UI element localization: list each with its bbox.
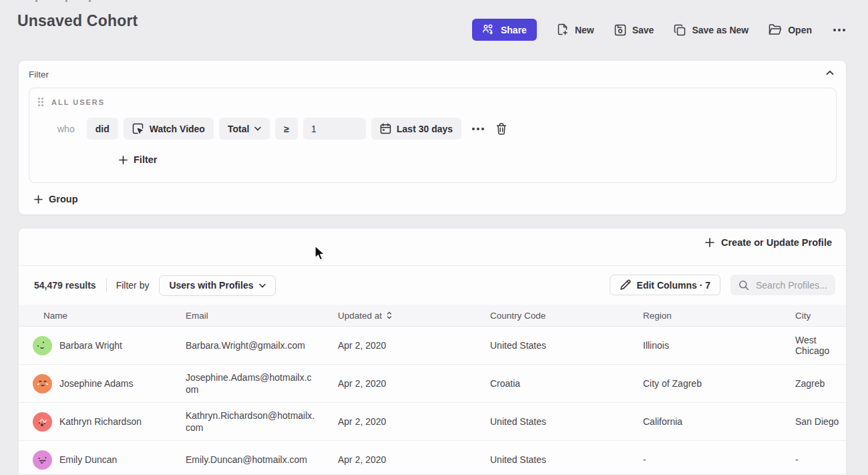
drag-handle-icon[interactable]: [38, 98, 43, 106]
edit-columns-label: Edit Columns · 7: [637, 280, 710, 291]
profile-city: Zagreb: [795, 378, 846, 389]
profile-region: California: [643, 416, 795, 427]
results-top-bar: Create or Update Profile: [19, 228, 846, 266]
profile-region: City of Zagreb: [643, 378, 795, 389]
profile-updated-at: Apr 2, 2020: [338, 416, 490, 427]
filter-group-card: ALL USERS who did Watch Video Total: [29, 88, 837, 183]
profiles-filter-dropdown[interactable]: Users with Profiles: [159, 275, 276, 296]
add-filter-label: Filter: [134, 154, 157, 165]
create-or-update-profile-button[interactable]: Create or Update Profile: [705, 237, 832, 248]
table-row[interactable]: Josephine Adams Josephine.Adams@hotmailx…: [19, 365, 846, 403]
plus-icon: [705, 238, 714, 247]
table-row[interactable]: Barbara Wright Barbara.Wright@gmailx.com…: [19, 327, 846, 365]
sort-icon[interactable]: [387, 311, 392, 319]
date-range-label: Last 30 days: [397, 124, 453, 134]
profile-updated-at: Apr 2, 2020: [338, 454, 490, 465]
profile-country-code: United States: [490, 416, 643, 427]
page-header: Unsaved Cohort Share New: [0, 0, 868, 60]
avatar: [33, 336, 52, 355]
avatar: [33, 450, 52, 470]
share-button-label: Share: [501, 25, 527, 35]
search-profiles-box[interactable]: [730, 275, 835, 295]
more-options-button[interactable]: [832, 26, 847, 34]
watch-video-icon: [132, 123, 144, 135]
save-icon: [614, 24, 626, 36]
profiles-table: Name Email Updated at Country Code Regio…: [19, 305, 846, 475]
results-toolbar: 54,479 results Filter by Users with Prof…: [19, 266, 846, 305]
profile-name[interactable]: Josephine Adams: [59, 378, 134, 389]
collapse-chevron-up-icon[interactable]: [823, 67, 837, 78]
who-label: who: [57, 124, 75, 134]
column-header-country-code[interactable]: Country Code: [490, 311, 643, 321]
table-row[interactable]: Kathryn Richardson Kathryn.Richardson@ho…: [19, 403, 846, 441]
column-header-region[interactable]: Region: [643, 311, 795, 321]
operator-label: ≥: [284, 124, 289, 134]
did-chip-label: did: [95, 124, 110, 134]
add-filter-button[interactable]: Filter: [119, 154, 157, 165]
profile-name[interactable]: Kathryn Richardson: [59, 416, 142, 427]
save-button[interactable]: Save: [614, 24, 654, 36]
page-title: Unsaved Cohort: [17, 12, 138, 30]
new-button-label: New: [575, 25, 594, 35]
profile-region: -: [643, 454, 795, 465]
filter-by-label: Filter by: [116, 280, 150, 291]
profile-city: San Diego: [795, 416, 846, 427]
profile-country-code: Croatia: [490, 378, 643, 389]
plus-icon: [34, 195, 43, 204]
profile-email: Barbara.Wright@gmailx.com: [186, 339, 316, 351]
header-actions: Share New Save: [472, 19, 847, 41]
profile-country-code: United States: [490, 340, 643, 351]
delete-clause-button[interactable]: [495, 122, 508, 136]
profile-city: -: [795, 454, 846, 465]
save-button-label: Save: [632, 25, 654, 35]
profiles-filter-label: Users with Profiles: [169, 280, 253, 291]
open-button[interactable]: Open: [769, 24, 812, 35]
profile-country-code: United States: [490, 454, 643, 465]
updated-at-label: Updated at: [338, 311, 382, 321]
search-profiles-input[interactable]: [756, 280, 829, 291]
new-button[interactable]: New: [557, 23, 594, 36]
aggregation-dropdown[interactable]: Total: [219, 118, 270, 140]
table-header-row: Name Email Updated at Country Code Regio…: [19, 305, 846, 327]
pencil-icon: [620, 279, 631, 291]
add-group-label: Group: [49, 194, 78, 204]
chevron-down-icon: [254, 126, 261, 131]
toolbar-divider: [106, 279, 107, 292]
event-chip-label: Watch Video: [150, 124, 205, 134]
table-row[interactable]: Emily Duncan Emily.Duncan@hotmailx.com A…: [19, 441, 846, 475]
event-chip[interactable]: Watch Video: [124, 118, 214, 140]
open-button-label: Open: [788, 25, 812, 35]
column-header-name[interactable]: Name: [19, 311, 186, 321]
share-button[interactable]: Share: [472, 19, 537, 41]
edit-columns-button[interactable]: Edit Columns · 7: [610, 275, 720, 295]
profile-name[interactable]: Emily Duncan: [59, 454, 117, 465]
plus-icon: [119, 156, 128, 164]
copy-icon: [674, 24, 686, 36]
profile-name[interactable]: Barbara Wright: [59, 340, 122, 351]
results-panel: Create or Update Profile 54,479 results …: [18, 228, 847, 475]
search-icon: [738, 280, 749, 291]
column-header-email[interactable]: Email: [186, 311, 338, 321]
filter-panel: Filter ALL USERS who did Watc: [18, 60, 847, 215]
column-header-updated-at[interactable]: Updated at: [338, 311, 490, 321]
results-count: 54,479 results: [34, 280, 96, 291]
add-group-button[interactable]: Group: [34, 194, 78, 204]
save-as-new-button-label: Save as New: [692, 25, 748, 35]
date-range-chip[interactable]: Last 30 days: [371, 118, 461, 140]
profile-email: Emily.Duncan@hotmailx.com: [186, 454, 316, 466]
profile-city: West Chicago: [795, 335, 846, 356]
clause-more-options-button[interactable]: [471, 126, 485, 132]
save-as-new-button[interactable]: Save as New: [674, 24, 748, 36]
share-users-icon: [482, 24, 495, 35]
calendar-icon: [380, 123, 391, 134]
avatar: [33, 374, 52, 393]
value-input[interactable]: [303, 118, 366, 140]
column-header-city[interactable]: City: [795, 311, 846, 321]
operator-chip[interactable]: ≥: [275, 118, 298, 140]
avatar: [33, 412, 52, 432]
create-or-update-profile-label: Create or Update Profile: [721, 237, 832, 248]
profile-updated-at: Apr 2, 2020: [338, 378, 490, 389]
did-chip[interactable]: did: [87, 118, 118, 140]
trash-icon: [496, 123, 507, 135]
new-file-icon: [557, 23, 569, 36]
